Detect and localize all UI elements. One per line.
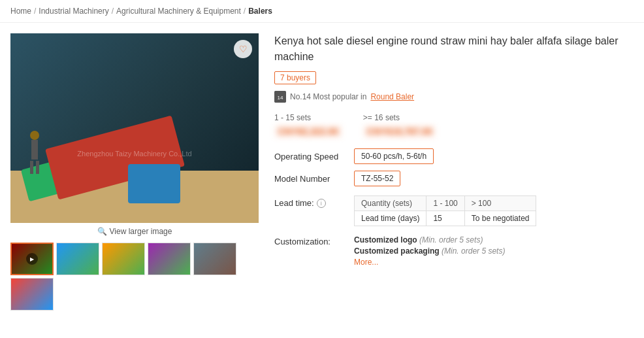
price-range-1-value: CNY82,322.00 [274, 125, 342, 138]
breadcrumb-sep-3: / [244, 7, 246, 16]
customization-section: Customization: Customized logo (Min. ord… [274, 235, 634, 267]
lead-table-header-qty: Quantity (sets) [355, 196, 427, 211]
image-bg: Zhengzhou Taizy Machinery Co.,Ltd [10, 33, 259, 223]
price-range-2-label: >= 16 sets [363, 113, 436, 122]
thumb-1-play-icon: ▶ [26, 253, 38, 265]
wishlist-button[interactable]: ♡ [234, 40, 252, 58]
popularity-line: 14 No.14 Most popular in Round Baler [274, 91, 634, 103]
custom-packaging-name: Customized packaging [354, 246, 440, 256]
thumb-3-bg [103, 243, 144, 275]
person-figure [30, 131, 39, 174]
custom-item-logo: Customized logo (Min. order 5 sets) [354, 235, 505, 245]
customization-more-link[interactable]: More... [354, 258, 505, 267]
rank-icon: 14 [274, 91, 286, 103]
spec-row-model-number: Model Number TZ-55-52 [274, 171, 634, 186]
breadcrumb-agricultural[interactable]: Agricultural Machinery & Equipment [116, 7, 241, 16]
product-details-column: Kenya hot sale diesel engine round straw… [274, 33, 634, 311]
thumb-5-bg [194, 243, 236, 275]
lead-table-header-range2: > 100 [464, 196, 536, 211]
pricing-section: 1 - 15 sets CNY82,322.00 >= 16 sets CNY6… [274, 113, 634, 138]
lead-table-cell-days2: To be negotiated [464, 211, 536, 226]
person-leg-right [36, 161, 39, 174]
breadcrumb-current: Balers [248, 7, 272, 16]
breadcrumb-home[interactable]: Home [10, 7, 31, 16]
thumb-6-bg [11, 279, 53, 310]
svg-text:14: 14 [278, 95, 283, 101]
thumbnail-strip: ▶ [10, 243, 259, 311]
spec-row-operating-speed: Operating Speed 50-60 pcs/h, 5-6t/h [274, 148, 634, 164]
thumbnail-3[interactable] [102, 243, 145, 275]
customization-items: Customized logo (Min. order 5 sets) Cust… [354, 235, 505, 267]
custom-item-packaging: Customized packaging (Min. order 5 sets) [354, 246, 505, 256]
model-number-label: Model Number [274, 174, 346, 184]
custom-logo-min-order: (Min. order 5 sets) [419, 235, 483, 245]
buyers-badge: 7 buyers [274, 71, 316, 84]
thumbnail-1[interactable]: ▶ [10, 243, 54, 275]
lead-time-info-icon[interactable]: i [317, 199, 326, 208]
price-range-2-value: CNY619,787.00 [363, 125, 436, 138]
thumb-2-bg [57, 243, 99, 275]
thumbnail-2[interactable] [56, 243, 99, 275]
thumbnail-5[interactable] [193, 243, 236, 275]
person-leg-left [30, 161, 33, 174]
heart-icon: ♡ [239, 44, 248, 54]
lead-table-header-row: Quantity (sets) 1 - 100 > 100 [355, 196, 536, 211]
product-title: Kenya hot sale diesel engine round straw… [274, 33, 634, 65]
customization-label: Customization: [274, 235, 346, 246]
main-image: Zhengzhou Taizy Machinery Co.,Ltd ♡ [10, 33, 259, 223]
breadcrumb-industrial[interactable]: Industrial Machinery [39, 7, 108, 16]
lead-table-cell-days1: 15 [427, 211, 464, 226]
popular-text: No.14 Most popular in [290, 92, 366, 101]
lead-time-section: Lead time: i Quantity (sets) 1 - 100 > 1… [274, 195, 634, 226]
view-larger-button[interactable]: 🔍 View larger image [10, 223, 259, 240]
thumbnail-4[interactable] [148, 243, 191, 275]
popular-category-link[interactable]: Round Baler [370, 92, 414, 101]
price-range-2: >= 16 sets CNY619,787.00 [363, 113, 436, 138]
lead-time-label: Lead time: i [274, 195, 346, 208]
machine-scene [10, 33, 259, 223]
operating-speed-label: Operating Speed [274, 152, 346, 161]
view-larger-label: View larger image [110, 227, 172, 236]
magnify-icon: 🔍 [97, 227, 107, 236]
operating-speed-value: 50-60 pcs/h, 5-6t/h [354, 148, 434, 164]
product-page: Zhengzhou Taizy Machinery Co.,Ltd ♡ 🔍 Vi… [0, 23, 644, 321]
custom-packaging-min-order: (Min. order 5 sets) [442, 246, 505, 256]
lead-table-header-range1: 1 - 100 [427, 196, 464, 211]
lead-time-table: Quantity (sets) 1 - 100 > 100 Lead time … [354, 195, 536, 226]
product-image-column: Zhengzhou Taizy Machinery Co.,Ltd ♡ 🔍 Vi… [10, 33, 259, 311]
breadcrumb-sep-1: / [34, 7, 36, 16]
price-range-1-label: 1 - 15 sets [274, 113, 342, 122]
lead-time-label-text: Lead time: [274, 198, 314, 208]
thumbnail-6[interactable] [10, 278, 54, 311]
model-number-value: TZ-55-52 [354, 171, 400, 186]
thumb-4-bg [148, 243, 190, 275]
machine-blue-part [128, 164, 180, 203]
specs-section: Operating Speed 50-60 pcs/h, 5-6t/h Mode… [274, 148, 634, 186]
breadcrumb-sep-2: / [112, 7, 114, 16]
person-head [30, 131, 39, 140]
lead-table-cell-label: Lead time (days) [355, 211, 427, 226]
price-range-1: 1 - 15 sets CNY82,322.00 [274, 113, 342, 138]
breadcrumb: Home / Industrial Machinery / Agricultur… [0, 0, 644, 23]
lead-table-data-row: Lead time (days) 15 To be negotiated [355, 211, 536, 226]
person-body [31, 140, 38, 160]
custom-logo-name: Customized logo [354, 235, 417, 245]
person-legs [30, 161, 39, 174]
